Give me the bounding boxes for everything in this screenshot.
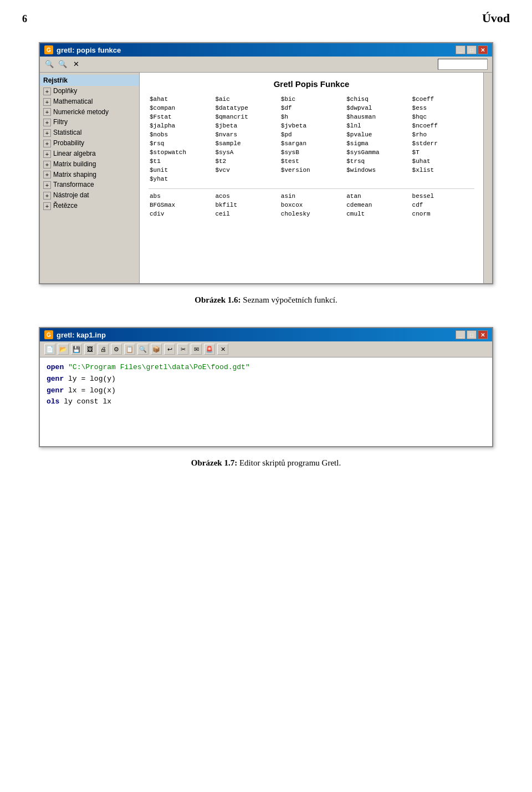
plus-icon-trans: + [43, 181, 51, 189]
content-title: Gretl Popis Funkce [149, 79, 474, 89]
cut-icon[interactable]: ✂ [177, 344, 188, 355]
func-uhat: $uhat [411, 157, 474, 165]
func-ncoeff: $ncoeff [411, 122, 474, 130]
func-ceil: ceil [214, 210, 277, 218]
package-icon[interactable]: 📦 [151, 344, 162, 355]
code-genr-ly: ly = log(y) [68, 375, 116, 383]
sidebar-item-numericke[interactable]: +Numerické metody [40, 107, 139, 117]
func-rsq: $rsq [149, 140, 212, 147]
sidebar-item-retezce[interactable]: +Řetězce [40, 201, 139, 211]
close-icon[interactable]: ✕ [217, 344, 228, 355]
sidebar-item-nastroje[interactable]: +Nástroje dat [40, 190, 139, 201]
caption-1-label: Obrázek 1.6: [195, 295, 241, 304]
func-chisq: $chisq [345, 95, 408, 103]
plus-icon-doplnky: + [43, 88, 51, 95]
plus-icon-mb: + [43, 161, 51, 168]
func-compan: $compan [149, 104, 212, 112]
caption-2: Obrázek 1.7: Editor skriptů programu Gre… [22, 458, 510, 468]
titlebar-controls-2: _ □ ✕ [456, 330, 488, 339]
titlebar-controls-1: _ □ ✕ [456, 45, 488, 54]
caption-1-text: Seznam výpočetních funkcí. [243, 295, 337, 304]
func-dwpval: $dwpval [345, 104, 408, 112]
sidebar-item-statistical[interactable]: +Statistical [40, 127, 139, 138]
new-file-icon[interactable]: 📄 [44, 344, 55, 355]
titlebar-left-1: G gretl: popis funkce [44, 45, 121, 54]
func-aic: $aic [214, 95, 277, 103]
minimize-button-2[interactable]: _ [456, 330, 466, 339]
func-pd: $pd [280, 131, 343, 139]
close-button-1[interactable]: ✕ [478, 45, 488, 54]
clear-icon[interactable]: ✕ [71, 59, 81, 69]
func-boxcox: boxcox [280, 201, 343, 209]
save-icon[interactable]: 💾 [71, 344, 82, 355]
close-button-2[interactable]: ✕ [478, 330, 488, 339]
string-path: "C:\Program Files\gretl\data\PoE\food.gd… [68, 363, 250, 371]
func-df: $df [280, 104, 343, 112]
sidebar-item-matrix-building[interactable]: +Matrix building [40, 159, 139, 170]
sidebar: Rejstřík +Doplňky +Mathematical +Numeric… [40, 73, 140, 283]
settings-icon[interactable]: ⚙ [111, 344, 122, 355]
zoom-in-icon[interactable]: 🔍 [44, 59, 54, 69]
find-icon[interactable]: 🔍 [137, 344, 149, 355]
plus-icon-ms: + [43, 171, 51, 178]
caption-2-text: Editor skriptů programu Gretl. [239, 458, 341, 467]
main-content: Gretl Popis Funkce $ahat $aic $bic $chis… [140, 73, 483, 283]
func-bfgsmax: BFGSmax [149, 201, 212, 209]
print-icon[interactable]: 🖨 [98, 344, 109, 355]
func-asin: asin [280, 192, 343, 200]
keyword-genr-2: genr [47, 386, 64, 395]
func-t2: $t2 [214, 157, 277, 165]
func-h: $h [280, 113, 343, 121]
func-test: $test [280, 157, 343, 165]
open-icon[interactable]: 📂 [58, 344, 69, 355]
sidebar-item-linear-algebra[interactable]: +Linear algebra [40, 149, 139, 159]
sidebar-item-probability[interactable]: +Probability [40, 138, 139, 149]
func-sargan: $sargan [280, 140, 343, 147]
undo-icon[interactable]: ↩ [164, 344, 175, 355]
keyword-ols: ols [47, 397, 59, 406]
search-input[interactable] [438, 59, 488, 70]
func-cholesky: cholesky [280, 210, 343, 218]
image-icon[interactable]: 🖼 [84, 344, 95, 355]
clipboard-icon[interactable]: 📋 [124, 344, 135, 355]
sidebar-item-matrix-shaping[interactable]: +Matrix shaping [40, 170, 139, 180]
maximize-button-2[interactable]: □ [467, 330, 477, 339]
warning-icon[interactable]: 🚨 [204, 344, 215, 355]
sidebar-item-filtry[interactable]: +Filtry [40, 117, 139, 127]
maximize-button-1[interactable]: □ [467, 45, 477, 54]
zoom-out-icon[interactable]: 🔍 [58, 59, 68, 69]
func-cdf: cdf [411, 201, 474, 209]
code-line-2: genr ly = log(y) [47, 374, 485, 385]
code-genr-lx: lx = log(x) [68, 386, 116, 395]
plus-icon-num: + [43, 108, 51, 116]
func-blank1 [214, 175, 277, 183]
func-acos: acos [214, 192, 277, 200]
minimize-button-1[interactable]: _ [456, 45, 466, 54]
func-pvalue: $pvalue [345, 131, 408, 139]
func-ahat: $ahat [149, 95, 212, 103]
sidebar-item-doplnky[interactable]: +Doplňky [40, 86, 139, 96]
func-jalpha: $jalpha [149, 122, 212, 130]
func-blank2 [280, 175, 343, 183]
func-stopwatch: $stopwatch [149, 149, 212, 156]
window-title-2: gretl: kap1.inp [57, 331, 106, 339]
func-bessel: bessel [411, 192, 474, 200]
plus-icon-math: + [43, 98, 51, 106]
functions-group2: abs acos asin atan bessel BFGSmax bkfilt… [149, 192, 474, 218]
func-cnorm: cnorm [411, 210, 474, 218]
code-ols: ly const lx [64, 397, 111, 406]
func-t1: $t1 [149, 157, 212, 165]
sidebar-root[interactable]: Rejstřík [40, 75, 139, 86]
func-bkfilt: bkfilt [214, 201, 277, 209]
func-ess: $ess [411, 104, 474, 112]
func-vcv: $vcv [214, 166, 277, 174]
func-stderr: $stderr [411, 140, 474, 147]
email-icon[interactable]: ✉ [191, 344, 202, 355]
toolbar-1: 🔍 🔍 ✕ [40, 57, 492, 73]
sidebar-item-mathematical[interactable]: +Mathematical [40, 96, 139, 107]
page-number: 6 [22, 13, 27, 25]
sidebar-item-transformace[interactable]: +Transformace [40, 180, 139, 190]
titlebar-left-2: G gretl: kap1.inp [44, 330, 106, 339]
scrollbar-1[interactable] [483, 73, 492, 283]
func-sigma: $sigma [345, 140, 408, 147]
